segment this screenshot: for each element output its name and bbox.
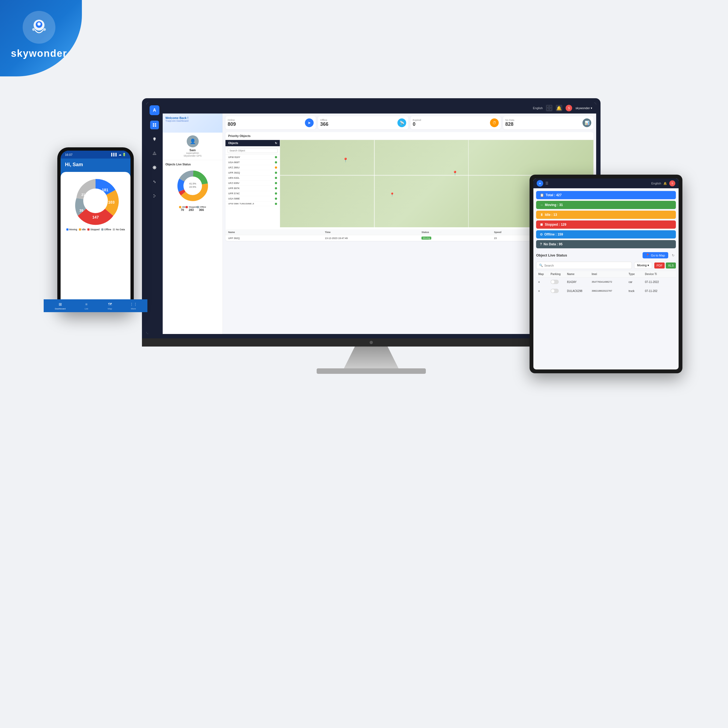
parking-toggle[interactable] bbox=[550, 280, 559, 284]
row-map-icon: ≡ bbox=[538, 289, 550, 292]
sidebar-brand-icon: A bbox=[150, 106, 159, 115]
legend-stopped-label: Stopped bbox=[90, 228, 100, 231]
status-dot-green bbox=[275, 193, 277, 194]
filter-dropdown[interactable]: Moving ▾ bbox=[634, 262, 652, 269]
phone-bottom-nav: ⊞ Dashboard ≡ List 🗺 Map ⋮⋮ More bbox=[61, 299, 130, 309]
nav-dashboard[interactable]: ⊞ Dashboard bbox=[61, 301, 66, 309]
phone-screen: 16:07 ▌▌▌ ☁ 🔋 Hi, Sam bbox=[61, 151, 130, 309]
offline-stat-btn[interactable]: ⊙ Offline : 159 bbox=[536, 230, 676, 239]
list-nav-icon: ≡ bbox=[84, 301, 89, 307]
search-object-input[interactable] bbox=[228, 148, 277, 153]
svg-text:41.5%: 41.5% bbox=[189, 182, 196, 185]
total-stat-btn[interactable]: 📋 Total : 427 bbox=[536, 191, 676, 199]
parking-toggle[interactable] bbox=[550, 289, 559, 293]
nodata-icon: 📊 bbox=[582, 118, 591, 127]
filter-value: Moving ▾ bbox=[637, 264, 649, 267]
nodata-card: No Data 828 📊 bbox=[503, 116, 593, 129]
object-name: UFW 098K TUMUSIIME JI bbox=[228, 202, 254, 205]
list-item: UFR 574C bbox=[225, 191, 280, 196]
go-to-map-button[interactable]: 📍 Go to Map bbox=[642, 252, 668, 258]
svg-rect-7 bbox=[153, 125, 154, 127]
phone-body: 16:07 ▌▌▌ ☁ 🔋 Hi, Sam bbox=[57, 147, 134, 312]
live-status-section: Objects Live Status bbox=[163, 160, 222, 214]
offline-stat-value: 366 bbox=[320, 121, 328, 127]
legend-stopped: Stopped bbox=[87, 228, 100, 231]
topbar: English ⛶ 🔔 S skywonder ▾ bbox=[163, 102, 596, 113]
list-item: UGA 869T bbox=[225, 160, 280, 165]
stopped-label: Stopped : 129 bbox=[545, 223, 566, 226]
logo-icon-circle bbox=[23, 11, 55, 44]
legend-offline-label: Offline bbox=[104, 228, 111, 231]
pdf-export-button[interactable]: PDF bbox=[654, 263, 665, 269]
tablet-search-input[interactable] bbox=[544, 264, 629, 267]
sidebar-chart-icon[interactable] bbox=[150, 177, 159, 186]
list-item: UFW 098K TUMUSIIME JI bbox=[225, 201, 280, 206]
export-buttons: PDF XLS bbox=[654, 263, 676, 269]
col-name: Name bbox=[228, 231, 325, 234]
row-type: car bbox=[628, 280, 645, 283]
excel-export-button[interactable]: XLS bbox=[666, 263, 676, 269]
object-name: UFZ 280U bbox=[228, 166, 240, 169]
row-status: Moving bbox=[421, 237, 494, 240]
nav-map[interactable]: 🗺 Map bbox=[107, 301, 113, 309]
expired-value: 0 bbox=[413, 121, 421, 127]
status-dot-green bbox=[275, 171, 277, 174]
object-name: UGA 869T bbox=[228, 161, 240, 164]
nodata-stat-btn[interactable]: ? No Data : 95 bbox=[536, 240, 676, 248]
monitor-base bbox=[317, 369, 426, 374]
nav-list-label: List bbox=[84, 307, 88, 309]
refresh-icon[interactable]: ↻ bbox=[670, 253, 676, 258]
list-item: UGA 588E bbox=[225, 196, 280, 201]
svg-point-15 bbox=[155, 196, 156, 196]
map-pin-icon: 📍 bbox=[646, 254, 650, 257]
user-profile: 👤 Sam superadmin Skywonder GPS bbox=[163, 133, 222, 160]
sidebar-alert-icon[interactable] bbox=[150, 149, 159, 158]
col-status: Status bbox=[421, 231, 494, 234]
sidebar-dashboard-icon[interactable] bbox=[150, 121, 159, 129]
stopped-stat-btn[interactable]: ⏹ Stopped : 129 bbox=[536, 220, 676, 229]
phone-legend: Moving Idle Stopped Offline bbox=[65, 228, 126, 231]
donut-chart: 41.5% 22.5% bbox=[175, 168, 210, 203]
map-pin: 📍 bbox=[452, 171, 458, 176]
list-item: UFZ 639V bbox=[225, 180, 280, 186]
row-imei: 354778341498272 bbox=[592, 280, 628, 283]
offline-label: Offline : 159 bbox=[544, 232, 563, 236]
topbar-fullscreen-icon[interactable]: ⛶ bbox=[546, 105, 552, 111]
idle-stat-btn[interactable]: ⏸ Idle : 13 bbox=[536, 211, 676, 219]
legend-nodata: No Data bbox=[113, 228, 125, 231]
svg-point-16 bbox=[154, 197, 155, 197]
sidebar-tune-icon[interactable] bbox=[150, 191, 159, 200]
legend-nodata-label: No Data bbox=[116, 228, 125, 231]
tablet-content: 📋 Total : 427 → Moving : 31 ⏸ Idle : 13 bbox=[533, 188, 679, 298]
svg-text:21: 21 bbox=[81, 193, 85, 197]
search-icon: 🔍 bbox=[539, 264, 543, 267]
user-name: Sam bbox=[189, 148, 196, 152]
objects-refresh-icon[interactable]: ↻ bbox=[275, 142, 277, 145]
total-icon: 📋 bbox=[540, 193, 544, 197]
status-dot-orange bbox=[275, 167, 277, 169]
col-parking: Parking bbox=[550, 272, 567, 275]
monitor-stand bbox=[344, 347, 398, 369]
tablet-search-row: 🔍 Moving ▾ PDF XLS bbox=[536, 262, 676, 269]
svg-text:39: 39 bbox=[80, 208, 83, 213]
tablet-avatar: S bbox=[669, 180, 675, 187]
sidebar-settings-icon[interactable] bbox=[150, 163, 159, 172]
nav-list[interactable]: ≡ List bbox=[84, 301, 89, 309]
tablet-notification-icon[interactable]: 🔔 bbox=[663, 182, 667, 185]
tablet-topbar: ✦ ☰ English 🔔 S bbox=[533, 179, 679, 188]
object-name: UGA 588E bbox=[228, 197, 240, 200]
online-label: Online bbox=[228, 119, 236, 121]
moving-stat-btn[interactable]: → Moving : 31 bbox=[536, 201, 676, 209]
expired-icon: ⏱ bbox=[490, 118, 499, 127]
svg-text:147: 147 bbox=[92, 215, 99, 219]
col-type: Type bbox=[628, 272, 645, 275]
hamburger-icon[interactable]: ☰ bbox=[546, 182, 549, 185]
priority-title: Priority Objects bbox=[225, 132, 593, 140]
sidebar-map-icon[interactable] bbox=[150, 135, 159, 144]
row-device-time: 07-11-202 bbox=[645, 289, 674, 292]
col-time: Time bbox=[325, 231, 421, 234]
nodata-icon: ? bbox=[540, 242, 542, 246]
topbar-notification-icon[interactable]: 🔔 bbox=[556, 105, 562, 111]
stats-cards: Online 809 ➤ Offline 366 bbox=[225, 116, 593, 129]
total-label: Total : 427 bbox=[546, 193, 561, 197]
